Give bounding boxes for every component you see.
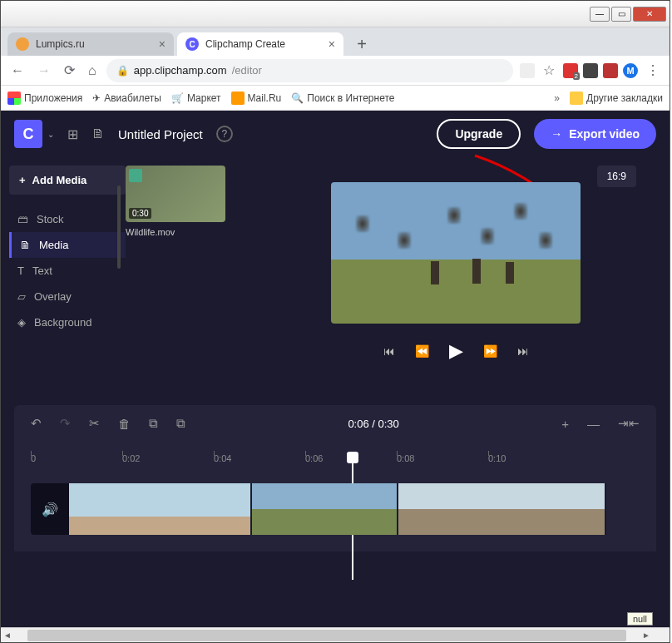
window-maximize-button[interactable]: ▭ bbox=[611, 7, 631, 22]
bookmark-star-icon[interactable]: ☆ bbox=[540, 59, 558, 82]
scrollbar-thumb[interactable] bbox=[27, 630, 626, 641]
help-icon[interactable]: ? bbox=[216, 126, 233, 142]
bookmark-label: Другие закладки bbox=[586, 92, 663, 104]
add-to-timeline-icon[interactable] bbox=[129, 169, 142, 182]
aspect-ratio-button[interactable]: 16:9 bbox=[597, 166, 636, 187]
bookmark-apps[interactable]: Приложения bbox=[7, 92, 82, 105]
bookmark-label: Приложения bbox=[24, 92, 82, 104]
window-titlebar: — ▭ ✕ bbox=[1, 1, 670, 27]
extension-icon[interactable] bbox=[583, 63, 598, 78]
delete-button[interactable]: 🗑 bbox=[118, 417, 131, 431]
fast-forward-button[interactable]: ⏩ bbox=[483, 344, 497, 358]
ruler-tick: 0:02 bbox=[122, 453, 140, 463]
logo-letter: C bbox=[23, 126, 34, 143]
app-header: C ⌄ ⊞ 🗎 Untitled Project ? Upgrade →Expo… bbox=[1, 111, 670, 157]
timeline-clip[interactable] bbox=[69, 483, 252, 535]
preview-area: 16:9 ⏮ ⏪ ▶ ⏩ ⏭ bbox=[242, 157, 670, 382]
ruler-tick: 0:10 bbox=[488, 453, 506, 463]
tab-close-button[interactable]: × bbox=[329, 37, 335, 51]
fit-button[interactable]: ⇥⇤ bbox=[618, 416, 640, 431]
bookmark-label: Mail.Ru bbox=[248, 92, 282, 104]
browser-tabs: Lumpics.ru × C Clipchamp Create × + bbox=[1, 27, 670, 56]
rewind-button[interactable]: ⏪ bbox=[415, 344, 429, 358]
tab-close-button[interactable]: × bbox=[159, 37, 166, 51]
export-video-button[interactable]: →Export video bbox=[534, 119, 656, 149]
speaker-icon: 🔊 bbox=[42, 502, 58, 517]
tab-title: Clipchamp Create bbox=[205, 38, 285, 50]
bookmark-search[interactable]: 🔍Поиск в Интернете bbox=[291, 92, 394, 104]
extension-icon[interactable] bbox=[603, 63, 618, 78]
chevron-down-icon[interactable]: ⌄ bbox=[47, 130, 54, 139]
bookmark-avia[interactable]: ✈Авиабилеты bbox=[92, 92, 161, 104]
sidebar-item-background[interactable]: ◈Background bbox=[9, 309, 126, 335]
clipchamp-app: C ⌄ ⊞ 🗎 Untitled Project ? Upgrade →Expo… bbox=[1, 111, 670, 627]
skip-end-button[interactable]: ⏭ bbox=[517, 344, 529, 358]
scroll-left-arrow[interactable]: ◄ bbox=[1, 631, 14, 640]
video-preview[interactable] bbox=[331, 182, 581, 324]
plus-icon: + bbox=[19, 174, 26, 186]
browser-tab-lumpics[interactable]: Lumpics.ru × bbox=[7, 32, 174, 56]
timeline-clip[interactable] bbox=[398, 483, 606, 535]
profile-avatar[interactable]: M bbox=[623, 63, 638, 78]
document-icon[interactable]: 🗎 bbox=[91, 126, 105, 141]
copy-button[interactable]: ⧉ bbox=[149, 416, 158, 431]
timeline-track[interactable]: 🔊 bbox=[31, 483, 640, 535]
nav-back-button[interactable]: ← bbox=[7, 60, 27, 82]
bookmark-mail[interactable]: Mail.Ru bbox=[231, 92, 282, 105]
new-tab-button[interactable]: + bbox=[350, 32, 373, 56]
adblock-icon[interactable]: 2 bbox=[563, 63, 578, 78]
bookmark-market[interactable]: 🛒Маркет bbox=[171, 92, 221, 104]
skip-start-button[interactable]: ⏮ bbox=[383, 344, 395, 358]
sidebar-item-overlay[interactable]: ▱Overlay bbox=[9, 284, 126, 309]
url-path: /editor bbox=[232, 64, 262, 77]
timeline-ruler[interactable]: 0 0:02 0:04 0:06 0:08 0:10 bbox=[31, 448, 640, 468]
timeline-toolbar: ↶ ↷ ✂ 🗑 ⧉ ⧉ 0:06 / 0:30 + — ⇥⇤ bbox=[14, 405, 656, 442]
export-label: Export video bbox=[569, 127, 640, 141]
menu-icon[interactable]: ⋮ bbox=[643, 59, 663, 82]
window-close-button[interactable]: ✕ bbox=[633, 7, 666, 22]
playhead[interactable] bbox=[347, 452, 358, 463]
overlay-icon: ▱ bbox=[17, 290, 26, 303]
redo-button[interactable]: ↷ bbox=[60, 416, 71, 431]
horizontal-scrollbar[interactable]: ◄ ► bbox=[1, 627, 670, 642]
time-display: 0:06 / 0:30 bbox=[348, 418, 398, 430]
sidebar-item-stock[interactable]: 🗃Stock bbox=[9, 206, 126, 232]
video-library-icon[interactable]: ⊞ bbox=[67, 126, 78, 142]
mail-icon bbox=[231, 92, 245, 105]
zoom-in-button[interactable]: + bbox=[561, 417, 569, 431]
translate-icon[interactable] bbox=[520, 63, 535, 78]
nav-forward-button[interactable]: → bbox=[34, 60, 54, 82]
track-audio-toggle[interactable]: 🔊 bbox=[31, 483, 69, 535]
add-media-button[interactable]: +Add Media bbox=[9, 166, 126, 195]
bookmark-other[interactable]: Другие закладки bbox=[570, 92, 663, 105]
sidebar-item-label: Media bbox=[39, 239, 68, 251]
sidebar-item-label: Text bbox=[32, 265, 52, 277]
paste-button[interactable]: ⧉ bbox=[176, 416, 185, 431]
zoom-out-button[interactable]: — bbox=[587, 417, 600, 431]
bookmarks-overflow[interactable]: » bbox=[554, 92, 560, 104]
address-bar[interactable]: 🔒 app.clipchamp.com/editor bbox=[106, 59, 513, 82]
app-logo[interactable]: C bbox=[14, 120, 42, 148]
favicon-icon bbox=[16, 37, 29, 51]
sidebar-item-label: Overlay bbox=[34, 290, 72, 303]
cart-icon: 🛒 bbox=[171, 92, 184, 104]
nav-home-button[interactable]: ⌂ bbox=[85, 60, 100, 82]
project-title[interactable]: Untitled Project bbox=[118, 127, 203, 141]
undo-button[interactable]: ↶ bbox=[31, 416, 42, 431]
sidebar-scrollbar[interactable] bbox=[117, 185, 121, 269]
split-button[interactable]: ✂ bbox=[89, 416, 100, 431]
upgrade-button[interactable]: Upgrade bbox=[437, 119, 521, 149]
media-thumbnail[interactable]: 0:30 bbox=[126, 166, 225, 222]
timeline-clip[interactable] bbox=[252, 483, 398, 535]
sidebar-item-text[interactable]: TText bbox=[9, 258, 126, 284]
play-button[interactable]: ▶ bbox=[449, 340, 463, 362]
window-minimize-button[interactable]: — bbox=[590, 7, 610, 22]
timeline[interactable]: 0 0:02 0:04 0:06 0:08 0:10 🔊 bbox=[14, 442, 656, 551]
bookmarks-bar: Приложения ✈Авиабилеты 🛒Маркет Mail.Ru 🔍… bbox=[1, 86, 670, 111]
sidebar-item-label: Stock bbox=[37, 213, 64, 225]
scroll-right-arrow[interactable]: ► bbox=[640, 631, 653, 640]
sidebar-item-media[interactable]: 🗎Media bbox=[9, 232, 126, 258]
browser-tab-clipchamp[interactable]: C Clipchamp Create × bbox=[177, 32, 343, 56]
nav-reload-button[interactable]: ⟳ bbox=[61, 59, 78, 82]
plane-icon: ✈ bbox=[92, 92, 101, 104]
